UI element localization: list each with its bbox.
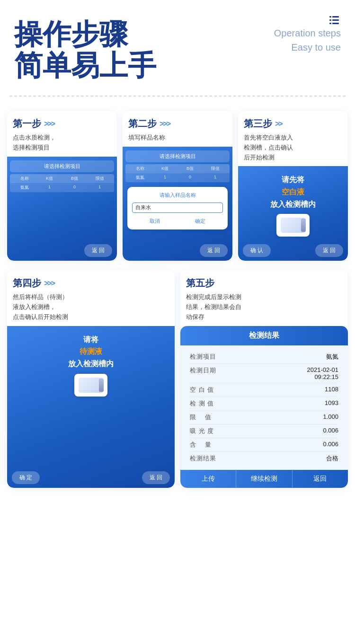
svg-rect-0 xyxy=(329,16,331,18)
step4-title: 第四步 xyxy=(13,277,41,290)
step5-header: 第五步 检测完成后显示检测结果，检测结果会自动保存 xyxy=(180,270,348,326)
step3-arrow: >> xyxy=(275,120,282,128)
step4-device xyxy=(7,374,175,397)
step3-confirm-btn[interactable]: 确 认 xyxy=(243,244,271,257)
step3-back-btn[interactable]: 返 回 xyxy=(315,244,343,257)
sample-name-input[interactable] xyxy=(132,203,223,213)
subtitle: Operation steps Easy to use xyxy=(274,26,341,54)
result-row-absorbance: 吸 光 度 0.006 xyxy=(190,424,338,438)
result-row-result: 检测结果 合格 xyxy=(190,452,338,465)
result-body: 检测项目 氨氮 检测日期 2021-02-0109:22:15 空 白 值 11… xyxy=(180,345,348,470)
col-header-name: 名称 xyxy=(12,176,37,182)
step-card-5: 第五步 检测完成后显示检测结果，检测结果会自动保存 检测结果 检测项目 氨氮 检… xyxy=(180,270,348,487)
step5-title: 第五步 xyxy=(186,277,214,290)
step2-btn-row: 返 回 xyxy=(123,240,232,261)
result-title: 检测结果 xyxy=(180,326,348,345)
step3-device xyxy=(238,214,348,237)
cell-b: 0 xyxy=(62,185,87,191)
result-btns: 上传 继续检测 返回 xyxy=(180,470,348,488)
cell-k: 1 xyxy=(37,185,62,191)
step1-title: 第一步 xyxy=(13,117,41,130)
step4-desc: 然后将样品（待测）液放入检测槽，点击确认后开始检测 xyxy=(13,292,169,322)
step4-header: 第四步 >>> 然后将样品（待测）液放入检测槽，点击确认后开始检测 xyxy=(7,270,175,326)
s2-col-limit: 限值 xyxy=(203,166,228,172)
modal-cancel-btn[interactable]: 取消 xyxy=(132,217,178,226)
step2-desc: 填写样品名称 xyxy=(128,133,227,143)
cell-name: 氨氮 xyxy=(12,185,37,191)
back-btn[interactable]: 返回 xyxy=(293,470,348,488)
step4-confirm-btn[interactable]: 确 定 xyxy=(12,471,40,484)
cell-limit: 1 xyxy=(87,185,112,191)
top-steps-grid: 第一步 >>> 点击水质检测，选择检测项目 请选择检测项目 名称 K值 B值 限… xyxy=(0,106,355,265)
step2-back-btn[interactable]: 返 回 xyxy=(200,244,228,257)
svg-rect-4 xyxy=(329,23,331,24)
svg-rect-5 xyxy=(332,23,339,24)
step2-table: 名称 K值 B值 限值 氨氮 1 0 1 xyxy=(125,164,230,182)
continue-btn[interactable]: 继续检测 xyxy=(236,470,292,488)
s2-col-name: 名称 xyxy=(127,166,152,172)
modal-title: 请输入样品名称 xyxy=(132,192,223,199)
svg-rect-1 xyxy=(332,16,339,18)
step3-btns: 确 认 返 回 xyxy=(238,240,348,261)
step-card-1: 第一步 >>> 点击水质检测，选择检测项目 请选择检测项目 名称 K值 B值 限… xyxy=(7,111,117,261)
step3-highlight: 空白液 xyxy=(282,188,304,196)
step3-title: 第三步 xyxy=(244,117,272,130)
divider xyxy=(9,96,346,97)
step2-screen: 请选择检测项目 名称 K值 B值 限值 氨氮 1 0 1 请输入样品名称 xyxy=(123,147,232,261)
step1-arrow: >>> xyxy=(44,120,54,128)
svg-rect-2 xyxy=(329,19,331,21)
result-row-measured: 检 测 值 1093 xyxy=(190,397,338,411)
step1-btn-row: 返 回 xyxy=(7,240,117,261)
step1-table-title: 请选择检测项目 xyxy=(10,160,114,172)
step3-line1: 请先将 空白液 放入检测槽内 xyxy=(238,174,348,210)
step1-desc: 点击水质检测，选择检测项目 xyxy=(13,133,111,153)
step2-arrow: >>> xyxy=(160,120,170,128)
modal-confirm-btn[interactable]: 确定 xyxy=(178,217,223,226)
result-row-date: 检测日期 2021-02-0109:22:15 xyxy=(190,364,338,383)
result-row-item: 检测项目 氨氮 xyxy=(190,350,338,364)
step-card-4: 第四步 >>> 然后将样品（待测）液放入检测槽，点击确认后开始检测 请将 待测液… xyxy=(7,270,175,487)
step4-screen: 请将 待测液 放入检测槽内 确 定 返 回 xyxy=(7,326,175,488)
upload-btn[interactable]: 上传 xyxy=(180,470,236,488)
step1-screen: 请选择检测项目 名称 K值 B值 限值 氨氮 1 0 1 返 回 xyxy=(7,157,117,261)
step1-header: 第一步 >>> 点击水质检测，选择检测项目 xyxy=(7,111,117,157)
bottom-steps-grid: 第四步 >>> 然后将样品（待测）液放入检测槽，点击确认后开始检测 请将 待测液… xyxy=(0,265,355,492)
step2-title: 第二步 xyxy=(128,117,157,130)
step3-desc: 首先将空白液放入检测槽，点击确认后开始检测 xyxy=(244,133,342,162)
col-header-b: B值 xyxy=(62,176,87,182)
col-header-limit: 限值 xyxy=(87,176,112,182)
result-row-limit: 限 值 1.000 xyxy=(190,411,338,424)
step4-arrow: >>> xyxy=(44,279,54,288)
svg-rect-3 xyxy=(332,19,339,21)
title-line2: 简单易上手 xyxy=(14,50,341,81)
s2-col-k: K值 xyxy=(152,166,178,172)
step3-header: 第三步 >> 首先将空白液放入检测槽，点击确认后开始检测 xyxy=(238,111,348,166)
result-screen: 检测结果 检测项目 氨氮 检测日期 2021-02-0109:22:15 空 白… xyxy=(180,326,348,488)
step-card-3: 第三步 >> 首先将空白液放入检测槽，点击确认后开始检测 请先将 空白液 放入检… xyxy=(238,111,348,261)
step4-back-btn[interactable]: 返 回 xyxy=(142,471,170,484)
step4-btns: 确 定 返 回 xyxy=(7,468,175,488)
step1-table: 名称 K值 B值 限值 氨氮 1 0 1 xyxy=(10,174,114,192)
step-card-2: 第二步 >>> 填写样品名称 请选择检测项目 名称 K值 B值 限值 氨氮 1 … xyxy=(123,111,232,261)
step4-line1: 请将 待测液 放入检测槽内 xyxy=(7,334,175,370)
result-row-content: 含 量 0.006 xyxy=(190,438,338,452)
step2-header: 第二步 >>> 填写样品名称 xyxy=(123,111,232,147)
step1-back-btn[interactable]: 返 回 xyxy=(84,244,112,257)
header: 操作步骤 简单易上手 Operation steps Easy to use xyxy=(0,0,355,91)
step4-highlight: 待测液 xyxy=(80,347,102,355)
step3-screen: 请先将 空白液 放入检测槽内 确 认 返 回 xyxy=(238,166,348,261)
step2-modal: 请输入样品名称 取消 确定 xyxy=(127,187,228,229)
s2-col-b: B值 xyxy=(178,166,203,172)
step5-desc: 检测完成后显示检测结果，检测结果会自动保存 xyxy=(186,292,342,322)
result-row-blank: 空 白 值 1108 xyxy=(190,383,338,397)
step2-table-title: 请选择检测项目 xyxy=(125,150,230,162)
col-header-k: K值 xyxy=(37,176,62,182)
